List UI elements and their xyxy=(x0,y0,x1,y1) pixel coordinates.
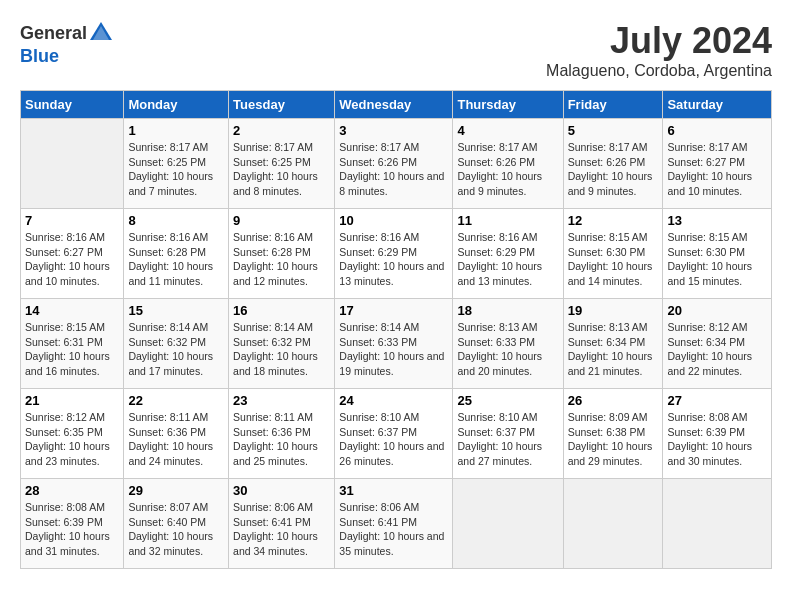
day-info: Sunrise: 8:11 AMSunset: 6:36 PMDaylight:… xyxy=(233,410,330,469)
calendar-cell: 19Sunrise: 8:13 AMSunset: 6:34 PMDayligh… xyxy=(563,299,663,389)
day-info: Sunrise: 8:16 AMSunset: 6:29 PMDaylight:… xyxy=(457,230,558,289)
day-number: 31 xyxy=(339,483,448,498)
calendar-cell: 21Sunrise: 8:12 AMSunset: 6:35 PMDayligh… xyxy=(21,389,124,479)
day-info: Sunrise: 8:17 AMSunset: 6:26 PMDaylight:… xyxy=(457,140,558,199)
logo-text: General Blue xyxy=(20,20,115,67)
main-title: July 2024 xyxy=(546,20,772,62)
calendar-cell: 14Sunrise: 8:15 AMSunset: 6:31 PMDayligh… xyxy=(21,299,124,389)
day-number: 24 xyxy=(339,393,448,408)
calendar-cell: 22Sunrise: 8:11 AMSunset: 6:36 PMDayligh… xyxy=(124,389,229,479)
day-number: 13 xyxy=(667,213,767,228)
calendar-cell: 20Sunrise: 8:12 AMSunset: 6:34 PMDayligh… xyxy=(663,299,772,389)
calendar-cell: 16Sunrise: 8:14 AMSunset: 6:32 PMDayligh… xyxy=(229,299,335,389)
col-wednesday: Wednesday xyxy=(335,91,453,119)
day-number: 9 xyxy=(233,213,330,228)
col-friday: Friday xyxy=(563,91,663,119)
day-info: Sunrise: 8:17 AMSunset: 6:26 PMDaylight:… xyxy=(339,140,448,199)
calendar-cell: 10Sunrise: 8:16 AMSunset: 6:29 PMDayligh… xyxy=(335,209,453,299)
logo-blue: Blue xyxy=(20,46,59,66)
calendar-week-5: 28Sunrise: 8:08 AMSunset: 6:39 PMDayligh… xyxy=(21,479,772,569)
day-info: Sunrise: 8:17 AMSunset: 6:25 PMDaylight:… xyxy=(233,140,330,199)
calendar-cell: 31Sunrise: 8:06 AMSunset: 6:41 PMDayligh… xyxy=(335,479,453,569)
day-number: 29 xyxy=(128,483,224,498)
calendar-week-1: 1Sunrise: 8:17 AMSunset: 6:25 PMDaylight… xyxy=(21,119,772,209)
day-info: Sunrise: 8:10 AMSunset: 6:37 PMDaylight:… xyxy=(457,410,558,469)
calendar-cell xyxy=(453,479,563,569)
calendar-cell: 4Sunrise: 8:17 AMSunset: 6:26 PMDaylight… xyxy=(453,119,563,209)
col-monday: Monday xyxy=(124,91,229,119)
day-info: Sunrise: 8:14 AMSunset: 6:32 PMDaylight:… xyxy=(233,320,330,379)
logo-general: General xyxy=(20,23,87,44)
calendar-cell: 18Sunrise: 8:13 AMSunset: 6:33 PMDayligh… xyxy=(453,299,563,389)
calendar-cell: 23Sunrise: 8:11 AMSunset: 6:36 PMDayligh… xyxy=(229,389,335,479)
day-info: Sunrise: 8:06 AMSunset: 6:41 PMDaylight:… xyxy=(339,500,448,559)
day-info: Sunrise: 8:17 AMSunset: 6:26 PMDaylight:… xyxy=(568,140,659,199)
calendar-cell: 9Sunrise: 8:16 AMSunset: 6:28 PMDaylight… xyxy=(229,209,335,299)
day-info: Sunrise: 8:15 AMSunset: 6:30 PMDaylight:… xyxy=(568,230,659,289)
calendar-week-3: 14Sunrise: 8:15 AMSunset: 6:31 PMDayligh… xyxy=(21,299,772,389)
day-number: 27 xyxy=(667,393,767,408)
day-number: 6 xyxy=(667,123,767,138)
page-header: General Blue July 2024 Malagueno, Cordob… xyxy=(20,20,772,80)
day-number: 5 xyxy=(568,123,659,138)
col-sunday: Sunday xyxy=(21,91,124,119)
day-info: Sunrise: 8:17 AMSunset: 6:25 PMDaylight:… xyxy=(128,140,224,199)
day-number: 25 xyxy=(457,393,558,408)
day-number: 21 xyxy=(25,393,119,408)
day-info: Sunrise: 8:16 AMSunset: 6:28 PMDaylight:… xyxy=(233,230,330,289)
calendar-cell xyxy=(21,119,124,209)
day-number: 8 xyxy=(128,213,224,228)
day-number: 23 xyxy=(233,393,330,408)
day-info: Sunrise: 8:08 AMSunset: 6:39 PMDaylight:… xyxy=(25,500,119,559)
calendar-body: 1Sunrise: 8:17 AMSunset: 6:25 PMDaylight… xyxy=(21,119,772,569)
calendar-week-4: 21Sunrise: 8:12 AMSunset: 6:35 PMDayligh… xyxy=(21,389,772,479)
day-info: Sunrise: 8:10 AMSunset: 6:37 PMDaylight:… xyxy=(339,410,448,469)
header-row: Sunday Monday Tuesday Wednesday Thursday… xyxy=(21,91,772,119)
calendar-cell: 12Sunrise: 8:15 AMSunset: 6:30 PMDayligh… xyxy=(563,209,663,299)
day-info: Sunrise: 8:07 AMSunset: 6:40 PMDaylight:… xyxy=(128,500,224,559)
calendar-cell xyxy=(663,479,772,569)
title-block: July 2024 Malagueno, Cordoba, Argentina xyxy=(546,20,772,80)
calendar-cell: 6Sunrise: 8:17 AMSunset: 6:27 PMDaylight… xyxy=(663,119,772,209)
calendar-cell: 11Sunrise: 8:16 AMSunset: 6:29 PMDayligh… xyxy=(453,209,563,299)
day-number: 17 xyxy=(339,303,448,318)
day-info: Sunrise: 8:14 AMSunset: 6:33 PMDaylight:… xyxy=(339,320,448,379)
day-info: Sunrise: 8:17 AMSunset: 6:27 PMDaylight:… xyxy=(667,140,767,199)
day-info: Sunrise: 8:14 AMSunset: 6:32 PMDaylight:… xyxy=(128,320,224,379)
logo-icon xyxy=(88,20,114,46)
day-info: Sunrise: 8:06 AMSunset: 6:41 PMDaylight:… xyxy=(233,500,330,559)
day-number: 19 xyxy=(568,303,659,318)
calendar-header: Sunday Monday Tuesday Wednesday Thursday… xyxy=(21,91,772,119)
day-number: 10 xyxy=(339,213,448,228)
calendar-cell: 24Sunrise: 8:10 AMSunset: 6:37 PMDayligh… xyxy=(335,389,453,479)
col-saturday: Saturday xyxy=(663,91,772,119)
day-info: Sunrise: 8:15 AMSunset: 6:31 PMDaylight:… xyxy=(25,320,119,379)
calendar-cell: 3Sunrise: 8:17 AMSunset: 6:26 PMDaylight… xyxy=(335,119,453,209)
calendar-cell: 25Sunrise: 8:10 AMSunset: 6:37 PMDayligh… xyxy=(453,389,563,479)
calendar-cell: 7Sunrise: 8:16 AMSunset: 6:27 PMDaylight… xyxy=(21,209,124,299)
subtitle: Malagueno, Cordoba, Argentina xyxy=(546,62,772,80)
day-info: Sunrise: 8:16 AMSunset: 6:29 PMDaylight:… xyxy=(339,230,448,289)
day-info: Sunrise: 8:16 AMSunset: 6:28 PMDaylight:… xyxy=(128,230,224,289)
calendar-week-2: 7Sunrise: 8:16 AMSunset: 6:27 PMDaylight… xyxy=(21,209,772,299)
col-tuesday: Tuesday xyxy=(229,91,335,119)
day-number: 12 xyxy=(568,213,659,228)
calendar-cell: 15Sunrise: 8:14 AMSunset: 6:32 PMDayligh… xyxy=(124,299,229,389)
day-info: Sunrise: 8:13 AMSunset: 6:33 PMDaylight:… xyxy=(457,320,558,379)
day-info: Sunrise: 8:11 AMSunset: 6:36 PMDaylight:… xyxy=(128,410,224,469)
logo: General Blue xyxy=(20,20,115,67)
calendar-cell: 27Sunrise: 8:08 AMSunset: 6:39 PMDayligh… xyxy=(663,389,772,479)
day-number: 11 xyxy=(457,213,558,228)
day-number: 3 xyxy=(339,123,448,138)
day-number: 4 xyxy=(457,123,558,138)
day-info: Sunrise: 8:08 AMSunset: 6:39 PMDaylight:… xyxy=(667,410,767,469)
day-number: 2 xyxy=(233,123,330,138)
day-number: 18 xyxy=(457,303,558,318)
col-thursday: Thursday xyxy=(453,91,563,119)
day-number: 30 xyxy=(233,483,330,498)
day-number: 26 xyxy=(568,393,659,408)
calendar-cell: 1Sunrise: 8:17 AMSunset: 6:25 PMDaylight… xyxy=(124,119,229,209)
day-info: Sunrise: 8:15 AMSunset: 6:30 PMDaylight:… xyxy=(667,230,767,289)
day-number: 1 xyxy=(128,123,224,138)
day-number: 7 xyxy=(25,213,119,228)
